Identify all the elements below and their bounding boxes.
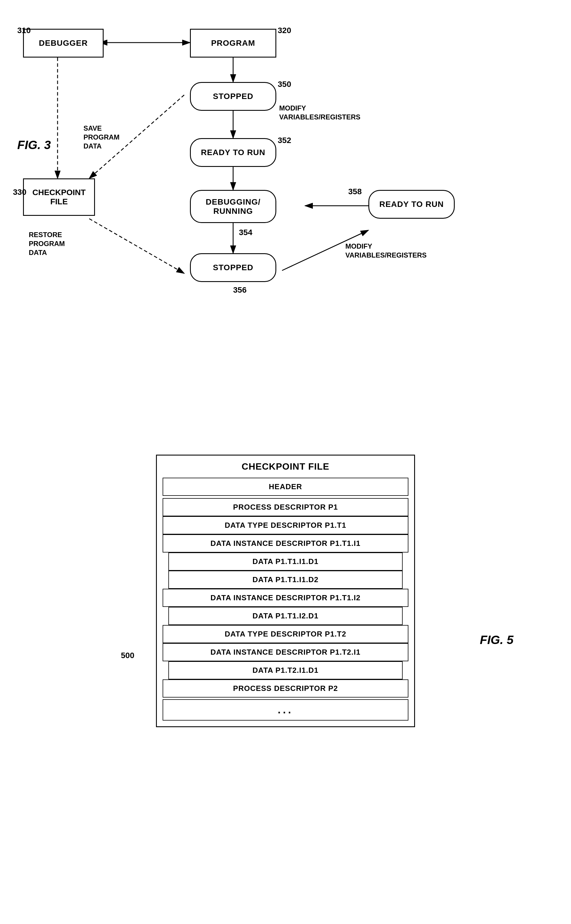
ref-320: 320 [278,25,291,35]
modify-vars2-label: MODIFY VARIABLES/REGISTERS [346,242,426,259]
fig5-row-dtd-p1t2: DATA TYPE DESCRIPTOR P1.T2 [163,625,408,643]
fig3-label: FIG. 3 [17,138,51,152]
ref-354: 354 [239,227,252,238]
fig5-row-data-p1t1i1d1: DATA P1.T1.I1.D1 [168,552,403,571]
ref-330: 330 [13,187,26,197]
ready-to-run1-box: READY TO RUN [190,138,276,167]
fig5-diagram: 500 FIG. 5 CHECKPOINT FILE HEADER PROCES… [0,432,571,924]
stopped1-box: STOPPED [190,82,276,111]
fig5-row-data-p1t2i1d1: DATA P1.T2.I1.D1 [168,661,403,679]
fig5-structure: CHECKPOINT FILE HEADER PROCESS DESCRIPTO… [156,455,415,727]
fig5-row-did-p1t1i2: DATA INSTANCE DESCRIPTOR P1.T1.I2 [163,589,408,607]
fig5-row-pd-p2: PROCESS DESCRIPTOR P2 [163,679,408,697]
fig3-diagram: DEBUGGER 310 PROGRAM 320 STOPPED 350 MOD… [0,0,571,432]
debugging-running-box: DEBUGGING/ RUNNING [190,190,276,223]
fig5-row-dots: ... [163,699,408,720]
fig5-structure-title: CHECKPOINT FILE [157,455,414,478]
fig5-row-data-p1t1i1d2: DATA P1.T1.I1.D2 [168,571,403,589]
ref-352: 352 [278,135,291,146]
fig5-row-dtd-p1t1: DATA TYPE DESCRIPTOR P1.T1 [163,516,408,534]
fig5-row-pd-p1: PROCESS DESCRIPTOR P1 [163,498,408,516]
ref-350: 350 [278,79,291,89]
fig5-row-did-p1t2i1: DATA INSTANCE DESCRIPTOR P1.T2.I1 [163,643,408,661]
fig5-row-did-p1t1i1: DATA INSTANCE DESCRIPTOR P1.T1.I1 [163,534,408,552]
ref-500: 500 [121,650,134,661]
restore-program-data-label: RESTORE PROGRAM DATA [29,230,65,257]
ref-356: 356 [233,285,247,295]
save-program-data-label: SAVE PROGRAM DATA [83,124,119,151]
fig5-row-data-p1t1i2d1: DATA P1.T1.I2.D1 [168,607,403,625]
fig5-row-header: HEADER [163,478,408,496]
modify-vars1-label: MODIFY VARIABLES/REGISTERS [279,103,360,122]
ref-310: 310 [17,25,31,35]
debugger-box: DEBUGGER [23,29,103,57]
ref-358: 358 [348,187,362,197]
checkpoint-file-box: CHECKPOINT FILE [23,178,95,216]
svg-line-11 [89,219,184,273]
fig5-label: FIG. 5 [480,633,514,647]
program-box: PROGRAM [190,29,276,57]
ready-to-run2-box: READY TO RUN [368,190,455,219]
stopped2-box: STOPPED [190,253,276,282]
